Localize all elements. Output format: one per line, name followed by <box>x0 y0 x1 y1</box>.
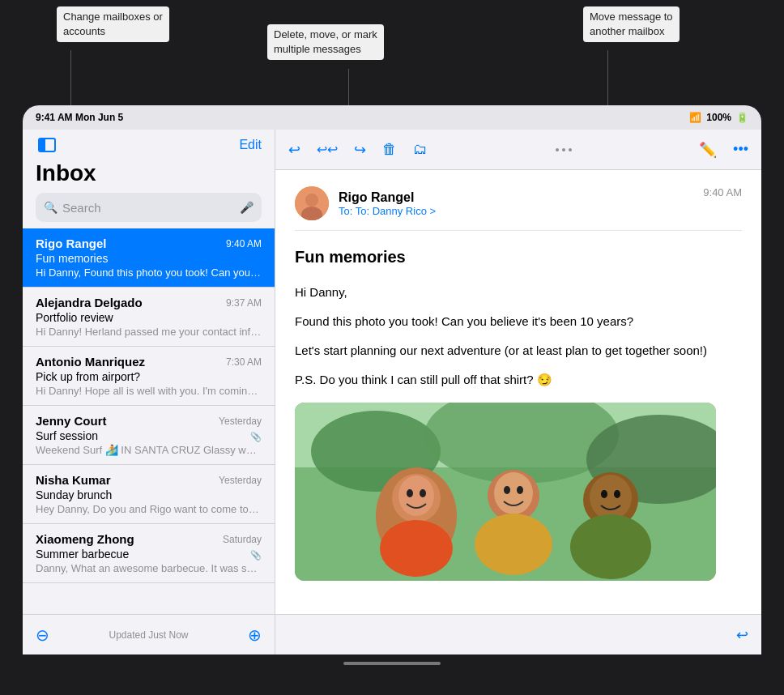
svg-point-15 <box>494 472 533 514</box>
email-time: 9:40 AM <box>226 238 262 249</box>
attachment-icon: 📎 <box>250 550 262 561</box>
svg-point-1 <box>305 194 318 207</box>
email-sender: Alejandra Delgado <box>36 296 143 309</box>
toolbar-right: ✏️ ••• <box>699 141 748 159</box>
email-body-line4: P.S. Do you think I can still pull off t… <box>295 370 742 390</box>
svg-point-12 <box>420 489 426 497</box>
sidebar-toggle-button[interactable] <box>36 136 58 154</box>
compose-button[interactable]: ✏️ <box>699 141 717 159</box>
forward-button[interactable]: ↪ <box>354 141 366 159</box>
svg-point-17 <box>517 486 523 494</box>
email-sender: Rigo Rangel <box>36 237 107 250</box>
status-bar: 9:41 AM Mon Jun 5 📶 100% 🔋 <box>23 105 761 130</box>
inbox-header: Edit <box>23 130 275 157</box>
updated-status: Updated Just Now <box>109 629 188 641</box>
list-item[interactable]: Rigo Rangel 9:40 AM Fun memories Hi Dann… <box>23 228 275 288</box>
move-to-folder-button[interactable]: 🗂 <box>413 141 428 158</box>
email-list: Rigo Rangel 9:40 AM Fun memories Hi Dann… <box>23 228 275 614</box>
toolbar-dot <box>562 148 565 151</box>
email-time: 7:30 AM <box>226 356 262 368</box>
left-panel: Edit Inbox 🔍 Search 🎤 Rigo Rangel 9:40 A… <box>23 130 275 654</box>
email-photo <box>295 403 716 581</box>
email-meta-right: 9:40 AM <box>703 186 742 198</box>
email-preview: Hey Danny, Do you and Rigo want to come … <box>36 503 262 515</box>
toolbar-dot <box>556 148 559 151</box>
email-time: Yesterday <box>219 416 262 427</box>
sidebar-icon <box>38 138 56 152</box>
selfie-image <box>295 403 716 581</box>
avatar <box>295 186 329 220</box>
email-subject: Portfolio review <box>36 311 262 324</box>
sender-to[interactable]: To: To: Danny Rico > <box>339 205 436 217</box>
email-time: 9:37 AM <box>226 297 262 309</box>
email-body: Fun memories Hi Danny, Found this photo … <box>295 244 742 581</box>
email-sender: Xiaomeng Zhong <box>36 532 134 546</box>
search-icon: 🔍 <box>44 201 58 214</box>
home-indicator <box>23 654 761 672</box>
wifi-icon: 📶 <box>689 112 701 123</box>
battery-icon: 🔋 <box>736 112 748 123</box>
email-subject: Summer barbecue <box>36 548 129 561</box>
sender-name: Rigo Rangel <box>339 190 436 205</box>
email-preview: Weekend Surf 🏄 IN SANTA CRUZ Glassy wave… <box>36 444 262 456</box>
svg-point-21 <box>601 490 607 498</box>
annotation-multiple: Delete, move, or mark multiple messages <box>267 24 384 60</box>
list-item[interactable]: Nisha Kumar Yesterday Sunday brunch Hey … <box>23 465 275 524</box>
reply-bottom-button[interactable]: ↩ <box>736 626 748 644</box>
ipad-frame: 9:41 AM Mon Jun 5 📶 100% 🔋 Edit Inbox 🔍 <box>23 105 761 672</box>
right-panel: ↩ ↩↩ ↪ 🗑 🗂 ✏️ ••• <box>275 130 761 654</box>
more-options-button[interactable]: ••• <box>733 141 748 158</box>
list-item[interactable]: Jenny Court Yesterday Surf session 📎 Wee… <box>23 406 275 465</box>
email-preview: Danny, What an awesome barbecue. It was … <box>36 562 262 574</box>
svg-point-10 <box>398 475 434 516</box>
email-body-greeting: Hi Danny, <box>295 283 742 302</box>
list-item[interactable]: Alejandra Delgado 9:37 AM Portfolio revi… <box>23 288 275 347</box>
email-subject: Surf session <box>36 429 98 442</box>
email-subject: Pick up from airport? <box>36 370 262 383</box>
email-body-line2: Found this photo you took! Can you belie… <box>295 312 742 331</box>
search-bar[interactable]: 🔍 Search 🎤 <box>36 193 262 222</box>
to-label: To: <box>339 205 356 217</box>
home-bar <box>343 662 441 665</box>
filter-icon[interactable]: ⊖ <box>36 625 49 645</box>
annotation-move: Move message to another mailbox <box>583 6 680 42</box>
svg-point-13 <box>380 520 453 577</box>
email-subject: Fun memories <box>36 252 262 265</box>
svg-point-16 <box>504 486 510 494</box>
status-bar-left: 9:41 AM Mon Jun 5 <box>36 112 123 123</box>
right-bottom-bar: ↩ <box>275 614 761 654</box>
mic-icon[interactable]: 🎤 <box>240 201 254 214</box>
list-item[interactable]: Antonio Manriquez 7:30 AM Pick up from a… <box>23 347 275 406</box>
email-time: Saturday <box>223 534 262 545</box>
attachment-icon: 📎 <box>250 432 262 442</box>
svg-point-22 <box>614 490 620 498</box>
svg-point-23 <box>570 514 651 579</box>
compose-small-icon[interactable]: ⊕ <box>248 625 262 645</box>
email-body-line3: Let's start planning our next adventure … <box>295 341 742 360</box>
email-time: Yesterday <box>219 475 262 486</box>
reply-button[interactable]: ↩ <box>288 141 300 159</box>
annotations: Change mailboxes or accounts Delete, mov… <box>0 0 784 109</box>
email-preview: Hi Danny! Hope all is well with you. I'm… <box>36 385 262 397</box>
trash-button[interactable]: 🗑 <box>382 141 397 158</box>
photo-content <box>295 403 716 581</box>
toolbar-dot <box>569 148 572 151</box>
reply-all-button[interactable]: ↩↩ <box>317 142 338 157</box>
email-detail: Rigo Rangel To: To: Danny Rico > 9:40 AM <box>275 170 761 614</box>
email-sender: Antonio Manriquez <box>36 355 145 369</box>
email-sender: Jenny Court <box>36 414 107 428</box>
email-preview: Hi Danny, Found this photo you took! Can… <box>36 266 262 279</box>
edit-button[interactable]: Edit <box>239 138 262 152</box>
toolbar-center <box>556 148 572 151</box>
sender-details: Rigo Rangel To: To: Danny Rico > <box>339 190 436 217</box>
email-detail-header: Rigo Rangel To: To: Danny Rico > 9:40 AM <box>295 186 742 231</box>
email-subject: Sunday brunch <box>36 488 262 501</box>
svg-point-20 <box>590 475 632 520</box>
to-name[interactable]: To: Danny Rico > <box>356 205 436 217</box>
annotation-mailboxes: Change mailboxes or accounts <box>57 6 169 42</box>
search-placeholder: Search <box>62 201 235 215</box>
toolbar-left: ↩ ↩↩ ↪ 🗑 🗂 <box>288 141 428 159</box>
list-item[interactable]: Xiaomeng Zhong Saturday Summer barbecue … <box>23 524 275 583</box>
status-bar-right: 📶 100% 🔋 <box>689 112 748 123</box>
right-toolbar: ↩ ↩↩ ↪ 🗑 🗂 ✏️ ••• <box>275 130 761 170</box>
